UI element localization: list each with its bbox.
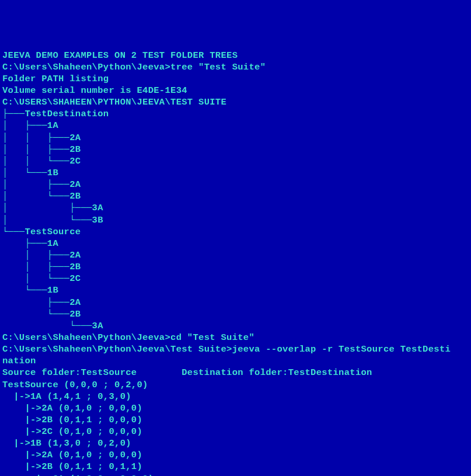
terminal-line: │ ├───2A <box>2 249 469 261</box>
terminal-line: |->2C (0,1,0 ; 0,0,0) <box>2 426 469 437</box>
terminal-line: Source folder:TestSource Destination fol… <box>2 367 469 378</box>
terminal-line: ├───TestDestination <box>2 108 469 120</box>
terminal-line: └───3A <box>2 320 469 332</box>
terminal-line: C:\Users\Shaheen\Python\Jeeva\Test Suite… <box>2 343 469 355</box>
terminal-line: │ │ └───2C <box>2 155 469 167</box>
terminal-line: C:\Users\Shaheen\Python\Jeeva>tree "Test… <box>2 61 469 73</box>
terminal-line: |->2B (0,1,1 ; 0,0,0) <box>2 414 469 426</box>
terminal-line: │ │ ├───2A <box>2 132 469 144</box>
terminal-line: Folder PATH listing <box>2 73 469 85</box>
terminal-line: TestSource (0,0,0 ; 0,2,0) <box>2 379 469 391</box>
terminal-line: └───1B <box>2 284 469 296</box>
terminal-line: │ ├───1A <box>2 120 469 131</box>
terminal-line: |->2B (0,1,1 ; 0,1,1) <box>2 461 469 472</box>
terminal-line: │ └───2B <box>2 190 469 202</box>
terminal-line: |->3A (1,3,0 ; 0,0,0) <box>2 473 469 476</box>
terminal-line: ├───2A <box>2 297 469 308</box>
terminal-line: JEEVA DEMO EXAMPLES ON 2 TEST FOLDER TRE… <box>2 50 469 61</box>
terminal-line: |->1A (1,4,1 ; 0,3,0) <box>2 391 469 402</box>
terminal-line: │ └───3B <box>2 214 469 226</box>
terminal-line: C:\USERS\SHAHEEN\PYTHON\JEEVA\TEST SUITE <box>2 96 469 108</box>
terminal-line: |->2A (0,1,0 ; 0,0,0) <box>2 449 469 461</box>
terminal-line: |->1B (1,3,0 ; 0,2,0) <box>2 437 469 449</box>
terminal-line: │ │ ├───2B <box>2 144 469 155</box>
terminal-line: │ ├───2B <box>2 261 469 273</box>
terminal-line: nation <box>2 355 469 367</box>
terminal-line: |->2A (0,1,0 ; 0,0,0) <box>2 402 469 414</box>
terminal-line: └───2B <box>2 308 469 320</box>
terminal-line: C:\Users\Shaheen\Python\Jeeva>cd "Test S… <box>2 332 469 343</box>
terminal-line: Volume serial number is E4DE-1E34 <box>2 85 469 96</box>
terminal-line: │ └───2C <box>2 273 469 284</box>
terminal-line: ├───1A <box>2 238 469 249</box>
terminal-line: └───TestSource <box>2 226 469 238</box>
terminal-output[interactable]: JEEVA DEMO EXAMPLES ON 2 TEST FOLDER TRE… <box>2 50 469 476</box>
terminal-line: │ ├───2A <box>2 179 469 190</box>
terminal-line: │ └───1B <box>2 167 469 179</box>
terminal-line: │ ├───3A <box>2 202 469 214</box>
